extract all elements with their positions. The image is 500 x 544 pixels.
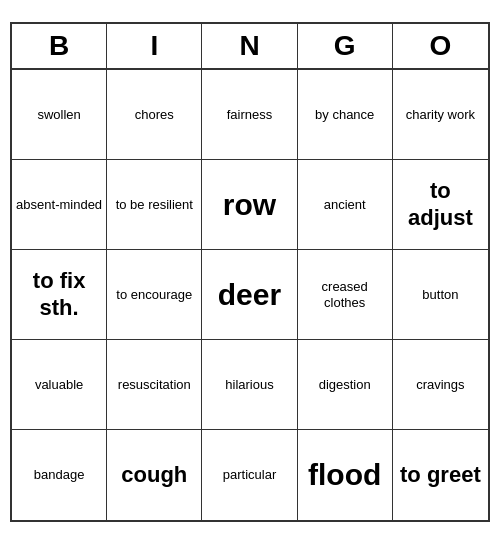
bingo-cell-text-20: bandage <box>34 467 85 483</box>
bingo-cell-text-12: deer <box>218 277 281 313</box>
bingo-cell-text-2: fairness <box>227 107 273 123</box>
bingo-cell-17[interactable]: hilarious <box>202 340 297 430</box>
bingo-header: BINGO <box>12 24 488 70</box>
bingo-cell-text-24: to greet <box>400 462 481 488</box>
bingo-cell-15[interactable]: valuable <box>12 340 107 430</box>
bingo-cell-text-17: hilarious <box>225 377 273 393</box>
bingo-cell-18[interactable]: digestion <box>298 340 393 430</box>
bingo-cell-21[interactable]: cough <box>107 430 202 520</box>
bingo-cell-text-22: particular <box>223 467 276 483</box>
bingo-cell-2[interactable]: fairness <box>202 70 297 160</box>
header-letter-O: O <box>393 24 488 68</box>
bingo-cell-text-19: cravings <box>416 377 464 393</box>
bingo-cell-text-5: absent-minded <box>16 197 102 213</box>
bingo-cell-text-3: by chance <box>315 107 374 123</box>
bingo-cell-text-0: swollen <box>37 107 80 123</box>
bingo-cell-13[interactable]: creased clothes <box>298 250 393 340</box>
bingo-cell-text-23: flood <box>308 457 381 493</box>
bingo-cell-text-11: to encourage <box>116 287 192 303</box>
bingo-cell-3[interactable]: by chance <box>298 70 393 160</box>
bingo-cell-text-15: valuable <box>35 377 83 393</box>
header-letter-G: G <box>298 24 393 68</box>
bingo-cell-22[interactable]: particular <box>202 430 297 520</box>
bingo-cell-text-13: creased clothes <box>302 279 388 310</box>
bingo-cell-0[interactable]: swollen <box>12 70 107 160</box>
bingo-cell-text-9: to adjust <box>397 178 484 231</box>
bingo-cell-19[interactable]: cravings <box>393 340 488 430</box>
bingo-cell-text-8: ancient <box>324 197 366 213</box>
bingo-cell-text-21: cough <box>121 462 187 488</box>
bingo-grid: swollenchoresfairnessby chancecharity wo… <box>12 70 488 520</box>
header-letter-I: I <box>107 24 202 68</box>
bingo-card: BINGO swollenchoresfairnessby chancechar… <box>10 22 490 522</box>
bingo-cell-text-18: digestion <box>319 377 371 393</box>
bingo-cell-text-6: to be resilient <box>116 197 193 213</box>
bingo-cell-6[interactable]: to be resilient <box>107 160 202 250</box>
bingo-cell-10[interactable]: to fix sth. <box>12 250 107 340</box>
bingo-cell-24[interactable]: to greet <box>393 430 488 520</box>
bingo-cell-text-10: to fix sth. <box>16 268 102 321</box>
bingo-cell-4[interactable]: charity work <box>393 70 488 160</box>
bingo-cell-text-16: resuscitation <box>118 377 191 393</box>
bingo-cell-20[interactable]: bandage <box>12 430 107 520</box>
bingo-cell-5[interactable]: absent-minded <box>12 160 107 250</box>
bingo-cell-text-4: charity work <box>406 107 475 123</box>
header-letter-B: B <box>12 24 107 68</box>
bingo-cell-text-14: button <box>422 287 458 303</box>
bingo-cell-1[interactable]: chores <box>107 70 202 160</box>
bingo-cell-text-1: chores <box>135 107 174 123</box>
bingo-cell-12[interactable]: deer <box>202 250 297 340</box>
bingo-cell-7[interactable]: row <box>202 160 297 250</box>
bingo-cell-9[interactable]: to adjust <box>393 160 488 250</box>
bingo-cell-11[interactable]: to encourage <box>107 250 202 340</box>
bingo-cell-14[interactable]: button <box>393 250 488 340</box>
bingo-cell-text-7: row <box>223 187 276 223</box>
header-letter-N: N <box>202 24 297 68</box>
bingo-cell-16[interactable]: resuscitation <box>107 340 202 430</box>
bingo-cell-8[interactable]: ancient <box>298 160 393 250</box>
bingo-cell-23[interactable]: flood <box>298 430 393 520</box>
